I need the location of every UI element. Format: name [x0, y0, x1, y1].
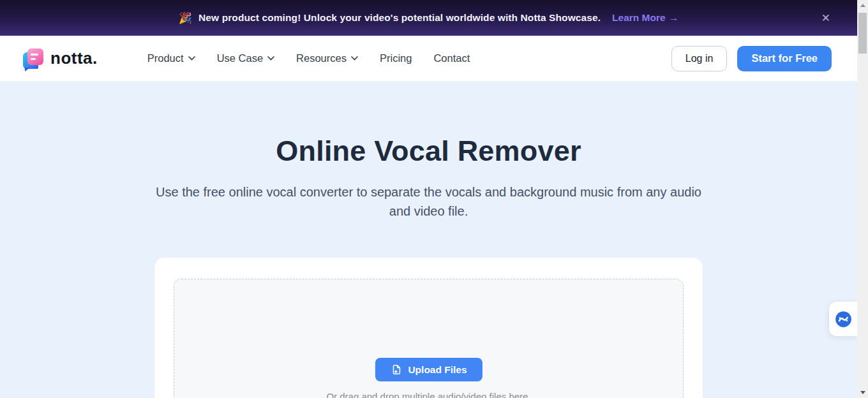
nav-item-use-case[interactable]: Use Case — [217, 52, 274, 64]
nav-item-product[interactable]: Product — [147, 52, 195, 64]
nav-links: Product Use Case Resources Pricing Conta… — [147, 52, 470, 64]
drop-hint-text: Or drag and drop multiple audio/video fi… — [174, 391, 683, 398]
page: 🎉 New product coming! Unlock your video'… — [0, 0, 857, 398]
party-popper-icon: 🎉 — [179, 13, 192, 24]
nav-item-resources[interactable]: Resources — [296, 52, 358, 64]
login-button[interactable]: Log in — [671, 46, 728, 71]
chevron-down-icon — [188, 56, 195, 61]
notta-logo-text: notta. — [50, 48, 98, 68]
support-chat-button[interactable] — [829, 302, 857, 336]
nav-item-label: Resources — [296, 52, 347, 64]
nav-item-label: Contact — [433, 52, 470, 64]
notta-logo[interactable]: notta. — [23, 48, 98, 70]
start-for-free-button[interactable]: Start for Free — [737, 46, 832, 71]
scrollbar-thumb[interactable] — [858, 13, 867, 54]
chevron-down-icon — [267, 56, 274, 61]
nav-actions: Log in Start for Free — [671, 46, 832, 71]
learn-more-label: Learn More — [612, 12, 666, 24]
nav-item-label: Product — [147, 52, 184, 64]
arrow-right-icon: → — [669, 12, 679, 24]
hero-section: Online Vocal Remover Use the free online… — [0, 82, 857, 398]
upload-card: Upload Files Or drag and drop multiple a… — [154, 258, 703, 398]
vertical-scrollbar[interactable] — [857, 0, 868, 398]
nav-item-label: Pricing — [380, 52, 412, 64]
scroll-down-arrow[interactable] — [857, 387, 868, 398]
upload-files-button[interactable]: Upload Files — [375, 358, 482, 381]
learn-more-link[interactable]: Learn More → — [612, 12, 678, 24]
banner-message: New product coming! Unlock your video's … — [198, 12, 601, 24]
nav-item-pricing[interactable]: Pricing — [380, 52, 412, 64]
notta-logo-icon — [23, 48, 45, 70]
file-dropzone[interactable]: Upload Files Or drag and drop multiple a… — [174, 279, 684, 398]
nav-item-label: Use Case — [217, 52, 263, 64]
scroll-up-arrow[interactable] — [857, 0, 868, 11]
nav-item-contact[interactable]: Contact — [433, 52, 470, 64]
page-subtitle: Use the free online vocal converter to s… — [148, 182, 710, 221]
close-icon[interactable]: ✕ — [821, 13, 830, 24]
chat-wave-icon — [835, 311, 852, 328]
upload-files-label: Upload Files — [408, 364, 467, 376]
page-title: Online Vocal Remover — [0, 135, 857, 168]
chevron-down-icon — [351, 56, 358, 61]
file-plus-icon — [390, 364, 402, 376]
top-navbar: notta. Product Use Case Resources Pricin… — [0, 36, 857, 82]
promo-banner: 🎉 New product coming! Unlock your video'… — [0, 0, 857, 36]
